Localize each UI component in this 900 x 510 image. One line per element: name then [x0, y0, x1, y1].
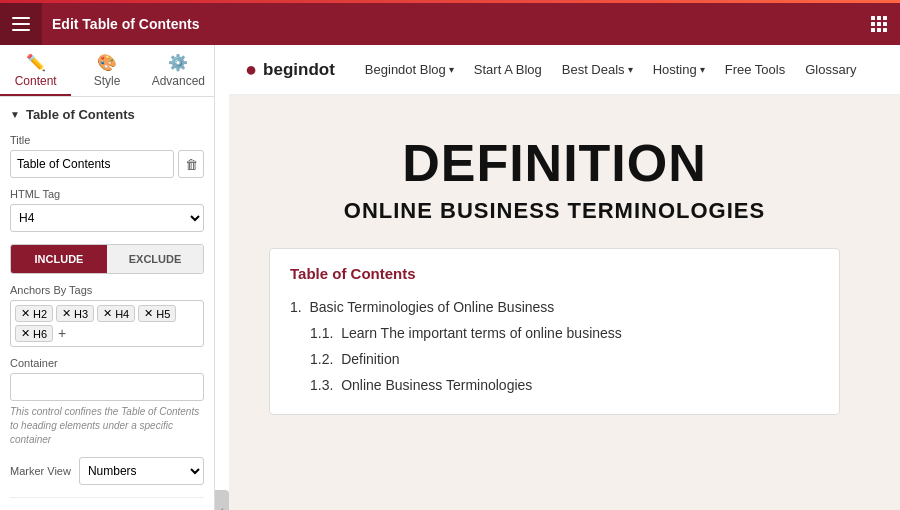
- html-tag-row: H4 H1 H2 H3 H5 H6: [10, 204, 204, 232]
- content-icon: ✏️: [26, 53, 46, 72]
- site-logo: ● begindot: [245, 58, 335, 81]
- exclude-button[interactable]: EXCLUDE: [107, 245, 203, 273]
- tab-style[interactable]: 🎨 Style: [71, 45, 142, 96]
- chevron-down-icon-3: ▾: [700, 64, 705, 75]
- svg-rect-4: [877, 16, 881, 20]
- svg-rect-8: [883, 22, 887, 26]
- svg-rect-6: [871, 22, 875, 26]
- container-input[interactable]: [10, 373, 204, 401]
- svg-rect-10: [877, 28, 881, 32]
- marker-label: Marker View: [10, 465, 71, 477]
- marker-select[interactable]: Numbers Bullets None: [79, 457, 204, 485]
- svg-rect-11: [883, 28, 887, 32]
- nav-free-tools[interactable]: Free Tools: [725, 62, 785, 77]
- svg-rect-5: [883, 16, 887, 20]
- toc-item-1-2: 1.2. Definition: [290, 346, 819, 372]
- chevron-down-icon-2: ▾: [628, 64, 633, 75]
- site-nav: ● begindot Begindot Blog ▾ Start A Blog …: [229, 45, 900, 95]
- title-label: Title: [10, 134, 204, 146]
- tag-h2[interactable]: ✕ H2: [15, 305, 53, 322]
- anchors-label: Anchors By Tags: [10, 284, 204, 296]
- toc-list: 1. Basic Terminologies of Online Busines…: [290, 294, 819, 398]
- title-field-row: 🗑: [10, 150, 204, 178]
- nav-begindot-blog[interactable]: Begindot Blog ▾: [365, 62, 454, 77]
- nav-glossary[interactable]: Glossary: [805, 62, 856, 77]
- tab-advanced[interactable]: ⚙️ Advanced: [143, 45, 214, 96]
- html-tag-label: HTML Tag: [10, 188, 204, 200]
- svg-rect-3: [871, 16, 875, 20]
- include-button[interactable]: INCLUDE: [11, 245, 107, 273]
- additional-section: ▶ Additional Options: [10, 497, 204, 510]
- panel-content: ▼ Table of Contents Title 🗑 HTML Tag H4 …: [0, 97, 214, 510]
- tab-content[interactable]: ✏️ Content: [0, 45, 71, 96]
- svg-rect-1: [12, 23, 30, 25]
- container-label: Container: [10, 357, 204, 369]
- tag-h5[interactable]: ✕ H5: [138, 305, 176, 322]
- grid-icon[interactable]: [858, 3, 900, 45]
- toc-item-1-1: 1.1. Learn The important terms of online…: [290, 320, 819, 346]
- right-panel: ● begindot Begindot Blog ▾ Start A Blog …: [229, 45, 900, 510]
- nav-hosting[interactable]: Hosting ▾: [653, 62, 705, 77]
- toc-item-1: 1. Basic Terminologies of Online Busines…: [290, 294, 819, 320]
- hamburger-menu[interactable]: [0, 3, 42, 45]
- tag-h6[interactable]: ✕ H6: [15, 325, 53, 342]
- chevron-down-icon: ▾: [449, 64, 454, 75]
- top-bar: Edit Table of Contents: [0, 3, 900, 45]
- advanced-icon: ⚙️: [168, 53, 188, 72]
- toc-item-1-3: 1.3. Online Business Terminologies: [290, 372, 819, 398]
- include-exclude-toggle: INCLUDE EXCLUDE: [10, 244, 204, 274]
- title-delete-button[interactable]: 🗑: [178, 150, 204, 178]
- toc-box-title: Table of Contents: [290, 265, 819, 282]
- container-hint: This control confines the Table of Conte…: [10, 405, 204, 447]
- page-title: Edit Table of Contents: [42, 16, 858, 32]
- title-input[interactable]: [10, 150, 174, 178]
- style-icon: 🎨: [97, 53, 117, 72]
- html-tag-select[interactable]: H4 H1 H2 H3 H5 H6: [10, 204, 204, 232]
- svg-rect-7: [877, 22, 881, 26]
- tabs: ✏️ Content 🎨 Style ⚙️ Advanced: [0, 45, 214, 97]
- nav-best-deals[interactable]: Best Deals ▾: [562, 62, 633, 77]
- add-tag-button[interactable]: +: [56, 325, 68, 342]
- toc-box: Table of Contents 1. Basic Terminologies…: [269, 248, 840, 415]
- svg-rect-2: [12, 29, 30, 31]
- tag-h4[interactable]: ✕ H4: [97, 305, 135, 322]
- marker-view-row: Marker View Numbers Bullets None: [10, 457, 204, 485]
- article-content: DEFINITION ONLINE BUSINESS TERMINOLOGIES…: [229, 95, 900, 455]
- tags-row: ✕ H2 ✕ H3 ✕ H4 ✕ H5 ✕ H6: [10, 300, 204, 347]
- collapse-handle[interactable]: ‹: [215, 490, 229, 510]
- article-title: DEFINITION: [269, 135, 840, 192]
- section-arrow-icon: ▼: [10, 109, 20, 120]
- nav-start-blog[interactable]: Start A Blog: [474, 62, 542, 77]
- svg-rect-0: [12, 17, 30, 19]
- left-panel: ✏️ Content 🎨 Style ⚙️ Advanced ▼ Table o…: [0, 45, 215, 510]
- svg-rect-9: [871, 28, 875, 32]
- tag-h3[interactable]: ✕ H3: [56, 305, 94, 322]
- toc-section-header[interactable]: ▼ Table of Contents: [10, 107, 204, 122]
- article-subtitle: ONLINE BUSINESS TERMINOLOGIES: [269, 198, 840, 224]
